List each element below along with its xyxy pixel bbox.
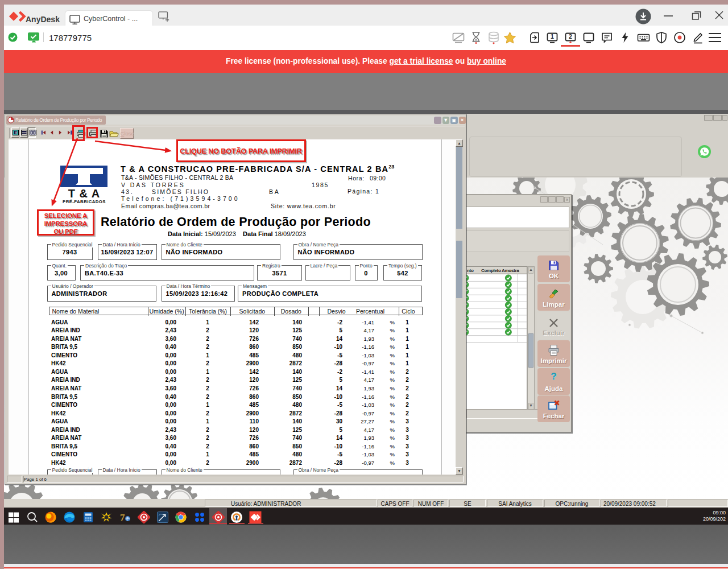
svg-text:7: 7	[120, 512, 125, 523]
